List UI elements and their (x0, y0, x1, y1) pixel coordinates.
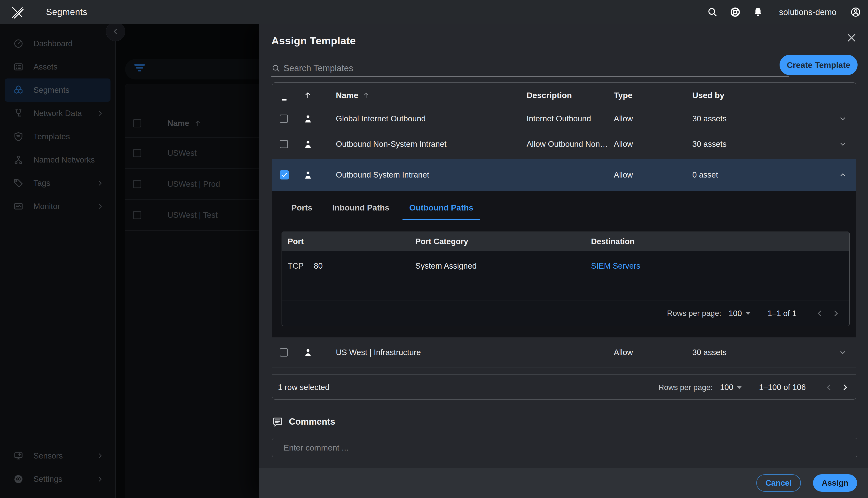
search-icon[interactable] (707, 6, 718, 18)
segments-background-panel: Name USWest USWest | Prod USWest | Test (116, 24, 259, 498)
account-avatar-icon[interactable] (850, 6, 861, 18)
sidebar-item-label: Templates (34, 132, 70, 141)
sidebar: Dashboard Assets Segments Network Data T… (0, 24, 116, 498)
row-checkbox[interactable] (280, 115, 288, 123)
page-range: 1–100 of 106 (759, 383, 806, 392)
dropdown-caret-icon (737, 386, 742, 389)
row-checkbox[interactable] (133, 180, 141, 188)
template-row-outbound-system-intranet-selected[interactable]: Outbound System Intranet Allow 0 asset (272, 159, 856, 191)
chevron-right-icon (96, 452, 104, 459)
template-name: Outbound Non-System Intranet (336, 140, 446, 149)
row-checkbox[interactable] (280, 348, 288, 356)
expand-chevron-down-icon[interactable] (839, 114, 847, 123)
rows-per-page-select[interactable]: 100 (720, 383, 742, 392)
sidebar-item-monitor[interactable]: Monitor (5, 195, 111, 218)
template-row-us-west-infrastructure[interactable]: US West | Infrastructure Allow 30 assets (272, 337, 856, 367)
column-port: Port (288, 237, 303, 246)
segments-filter-bar[interactable] (125, 59, 259, 79)
column-type[interactable]: Type (614, 91, 633, 100)
sidebar-item-tags[interactable]: Tags (5, 171, 111, 195)
account-name[interactable]: solutions-demo (779, 7, 837, 17)
column-description[interactable]: Description (527, 91, 609, 100)
sidebar-bottom-nav: Sensors Settings (0, 444, 115, 491)
template-row-global-internet-outbound[interactable]: Global Internet Outbound Internet Outbou… (272, 108, 856, 129)
column-used-by[interactable]: Used by (692, 91, 724, 100)
close-icon[interactable] (846, 32, 857, 43)
previous-page-icon[interactable] (825, 383, 833, 392)
tab-outbound-paths[interactable]: Outbound Paths (402, 200, 480, 220)
sidebar-item-settings[interactable]: Settings (5, 468, 111, 491)
templates-table: Name Description Type Used by Global Int… (272, 82, 856, 399)
check-icon (281, 171, 288, 179)
row-checkbox-checked[interactable] (280, 170, 289, 180)
sidebar-item-templates[interactable]: Templates (5, 125, 111, 148)
sidebar-item-label: Assets (34, 62, 57, 71)
port-category: System Assigned (415, 261, 477, 271)
sidebar-collapse-button[interactable] (106, 22, 125, 41)
tab-inbound-paths[interactable]: Inbound Paths (325, 200, 396, 220)
help-lifering-icon[interactable] (730, 6, 741, 18)
tab-ports[interactable]: Ports (285, 200, 319, 220)
template-description: Allow Outbound Non… (527, 140, 609, 149)
topbar-divider (35, 5, 35, 19)
dropdown-caret-icon (746, 312, 751, 315)
page-title: Segments (46, 7, 88, 17)
table-row[interactable]: USWest | Test (125, 200, 259, 231)
chevron-right-icon (96, 110, 104, 117)
column-name[interactable]: Name (336, 91, 359, 100)
previous-page-icon[interactable] (815, 309, 824, 318)
row-checkbox[interactable] (280, 140, 288, 148)
template-name: US West | Infrastructure (336, 348, 421, 357)
notifications-bell-icon[interactable] (752, 6, 764, 18)
comments-icon (272, 416, 283, 427)
segments-honeycomb-icon (13, 85, 24, 95)
next-page-icon[interactable] (841, 383, 849, 392)
expand-chevron-down-icon[interactable] (839, 140, 847, 148)
sort-icon-column[interactable] (303, 91, 312, 100)
templates-shield-icon (13, 131, 24, 142)
sidebar-item-network-data[interactable]: Network Data (5, 102, 111, 125)
sidebar-item-named-networks[interactable]: Named Networks (5, 148, 111, 171)
assign-button[interactable]: Assign (813, 474, 857, 492)
next-page-icon[interactable] (831, 309, 840, 318)
table-row[interactable]: USWest (125, 137, 259, 169)
sidebar-item-assets[interactable]: Assets (5, 55, 111, 78)
segments-table-header: Name (125, 109, 259, 137)
select-all-checkbox[interactable] (133, 119, 141, 127)
assets-icon (13, 62, 24, 72)
outbound-path-row: TCP80 System Assigned SIEM Servers (282, 251, 849, 281)
search-templates-input[interactable] (284, 61, 789, 76)
row-checkbox[interactable] (133, 149, 141, 157)
template-row-outbound-non-system-intranet[interactable]: Outbound Non-System Intranet Allow Outbo… (272, 129, 856, 159)
sidebar-item-sensors[interactable]: Sensors (5, 444, 111, 468)
brand-logo-icon (10, 4, 25, 19)
sidebar-item-dashboard[interactable]: Dashboard (5, 32, 111, 55)
cancel-button[interactable]: Cancel (756, 474, 801, 492)
row-checkbox[interactable] (133, 211, 141, 219)
table-row[interactable]: USWest | Prod (125, 169, 259, 200)
sidebar-item-label: Monitor (34, 202, 60, 211)
sidebar-nav: Dashboard Assets Segments Network Data T… (0, 32, 115, 218)
partial-next-row (272, 367, 856, 375)
expand-chevron-down-icon[interactable] (839, 348, 847, 357)
template-name: Global Internet Outbound (336, 114, 426, 123)
comments-section: Comments (272, 416, 335, 427)
sidebar-item-label: Named Networks (34, 155, 95, 165)
create-template-button[interactable]: Create Template (779, 55, 858, 75)
sidebar-item-segments[interactable]: Segments (5, 78, 111, 102)
chevron-right-icon (96, 475, 104, 483)
page-range: 1–1 of 1 (768, 309, 796, 318)
collapse-chevron-up-icon[interactable] (839, 171, 847, 179)
sort-ascending-icon (194, 119, 202, 127)
port-number: 80 (314, 261, 323, 270)
outbound-paths-pagination: Rows per page: 100 1–1 of 1 (282, 301, 849, 326)
rows-per-page-select[interactable]: 100 (729, 309, 751, 318)
template-search (271, 61, 789, 77)
destination-link[interactable]: SIEM Servers (591, 261, 640, 271)
comment-input[interactable] (272, 438, 857, 457)
assign-template-modal: Assign Template Create Template Name Des… (259, 24, 868, 498)
user-template-icon (303, 139, 313, 149)
template-type: Allow (614, 114, 633, 123)
sidebar-item-label: Sensors (34, 451, 63, 460)
sensors-icon (13, 450, 24, 461)
